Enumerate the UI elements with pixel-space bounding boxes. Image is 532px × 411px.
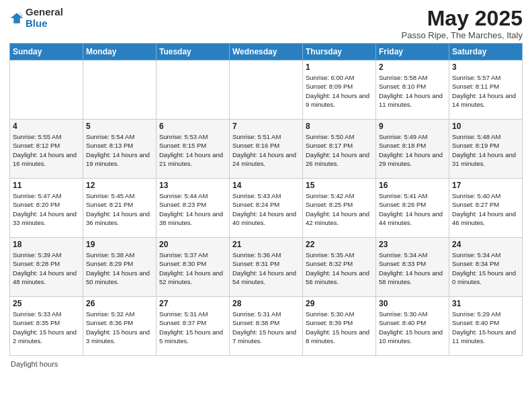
svg-marker-0 bbox=[11, 13, 24, 24]
calendar-cell: 8Sunrise: 5:50 AM Sunset: 8:17 PM Daylig… bbox=[303, 120, 376, 179]
day-info: Sunrise: 6:00 AM Sunset: 8:09 PM Dayligh… bbox=[306, 73, 373, 109]
calendar-header-sunday: Sunday bbox=[10, 44, 83, 60]
calendar-cell bbox=[10, 60, 83, 120]
calendar-cell: 10Sunrise: 5:48 AM Sunset: 8:19 PM Dayli… bbox=[449, 120, 523, 179]
day-info: Sunrise: 5:33 AM Sunset: 8:35 PM Dayligh… bbox=[13, 310, 80, 345]
day-number: 4 bbox=[13, 122, 80, 131]
day-number: 30 bbox=[379, 299, 446, 308]
calendar-cell: 5Sunrise: 5:54 AM Sunset: 8:13 PM Daylig… bbox=[83, 120, 157, 179]
day-info: Sunrise: 5:49 AM Sunset: 8:18 PM Dayligh… bbox=[379, 132, 446, 168]
day-number: 25 bbox=[13, 299, 80, 308]
day-number: 29 bbox=[306, 299, 373, 308]
footer-note: Daylight hours bbox=[9, 360, 523, 368]
day-number: 16 bbox=[379, 181, 446, 190]
day-info: Sunrise: 5:57 AM Sunset: 8:11 PM Dayligh… bbox=[452, 73, 519, 109]
day-number: 22 bbox=[306, 240, 373, 249]
day-info: Sunrise: 5:44 AM Sunset: 8:23 PM Dayligh… bbox=[159, 191, 226, 227]
calendar-cell: 2Sunrise: 5:58 AM Sunset: 8:10 PM Daylig… bbox=[376, 60, 449, 120]
day-info: Sunrise: 5:42 AM Sunset: 8:25 PM Dayligh… bbox=[306, 191, 373, 227]
calendar-cell: 14Sunrise: 5:43 AM Sunset: 8:24 PM Dayli… bbox=[230, 179, 303, 238]
day-info: Sunrise: 5:30 AM Sunset: 8:39 PM Dayligh… bbox=[306, 310, 373, 345]
day-info: Sunrise: 5:47 AM Sunset: 8:20 PM Dayligh… bbox=[13, 191, 80, 227]
day-number: 21 bbox=[232, 240, 300, 249]
day-info: Sunrise: 5:31 AM Sunset: 8:37 PM Dayligh… bbox=[159, 310, 226, 345]
calendar-cell: 31Sunrise: 5:29 AM Sunset: 8:40 PM Dayli… bbox=[449, 297, 523, 356]
day-info: Sunrise: 5:36 AM Sunset: 8:31 PM Dayligh… bbox=[232, 250, 300, 286]
day-number: 6 bbox=[159, 122, 226, 131]
calendar-header-friday: Friday bbox=[376, 44, 449, 60]
day-info: Sunrise: 5:45 AM Sunset: 8:21 PM Dayligh… bbox=[86, 191, 153, 227]
day-number: 10 bbox=[452, 122, 519, 131]
calendar-cell bbox=[157, 60, 230, 120]
calendar-cell: 26Sunrise: 5:32 AM Sunset: 8:36 PM Dayli… bbox=[83, 297, 157, 356]
month-title: May 2025 bbox=[402, 7, 523, 30]
calendar-cell bbox=[83, 60, 157, 120]
day-number: 2 bbox=[379, 62, 446, 72]
calendar-cell: 17Sunrise: 5:40 AM Sunset: 8:27 PM Dayli… bbox=[449, 179, 523, 238]
header: General Blue May 2025 Passo Ripe, The Ma… bbox=[9, 7, 523, 40]
day-number: 9 bbox=[379, 122, 446, 131]
calendar-cell: 13Sunrise: 5:44 AM Sunset: 8:23 PM Dayli… bbox=[157, 179, 230, 238]
logo-general-text: General bbox=[26, 6, 63, 17]
day-number: 14 bbox=[232, 181, 300, 190]
calendar-week-3: 11Sunrise: 5:47 AM Sunset: 8:20 PM Dayli… bbox=[10, 179, 523, 238]
day-number: 12 bbox=[86, 181, 153, 190]
calendar-cell: 3Sunrise: 5:57 AM Sunset: 8:11 PM Daylig… bbox=[449, 60, 523, 120]
calendar-week-2: 4Sunrise: 5:55 AM Sunset: 8:12 PM Daylig… bbox=[10, 120, 523, 179]
calendar-header-saturday: Saturday bbox=[449, 44, 523, 60]
title-block: May 2025 Passo Ripe, The Marches, Italy bbox=[402, 7, 523, 40]
calendar-cell: 18Sunrise: 5:39 AM Sunset: 8:28 PM Dayli… bbox=[10, 238, 83, 297]
calendar-cell: 23Sunrise: 5:34 AM Sunset: 8:33 PM Dayli… bbox=[376, 238, 449, 297]
calendar-cell: 7Sunrise: 5:51 AM Sunset: 8:16 PM Daylig… bbox=[230, 120, 303, 179]
day-info: Sunrise: 5:55 AM Sunset: 8:12 PM Dayligh… bbox=[13, 132, 80, 168]
calendar-cell: 24Sunrise: 5:34 AM Sunset: 8:34 PM Dayli… bbox=[449, 238, 523, 297]
day-info: Sunrise: 5:58 AM Sunset: 8:10 PM Dayligh… bbox=[379, 73, 446, 109]
day-number: 3 bbox=[452, 62, 519, 72]
day-number: 11 bbox=[13, 181, 80, 190]
calendar-week-5: 25Sunrise: 5:33 AM Sunset: 8:35 PM Dayli… bbox=[10, 297, 523, 356]
day-info: Sunrise: 5:54 AM Sunset: 8:13 PM Dayligh… bbox=[86, 132, 153, 168]
calendar-header-row: SundayMondayTuesdayWednesdayThursdayFrid… bbox=[10, 44, 523, 60]
day-number: 20 bbox=[159, 240, 226, 249]
calendar-week-1: 1Sunrise: 6:00 AM Sunset: 8:09 PM Daylig… bbox=[10, 60, 523, 120]
day-info: Sunrise: 5:50 AM Sunset: 8:17 PM Dayligh… bbox=[306, 132, 373, 168]
calendar-cell: 28Sunrise: 5:31 AM Sunset: 8:38 PM Dayli… bbox=[230, 297, 303, 356]
calendar-cell: 11Sunrise: 5:47 AM Sunset: 8:20 PM Dayli… bbox=[10, 179, 83, 238]
calendar-cell: 1Sunrise: 6:00 AM Sunset: 8:09 PM Daylig… bbox=[303, 60, 376, 120]
day-info: Sunrise: 5:37 AM Sunset: 8:30 PM Dayligh… bbox=[159, 250, 226, 286]
calendar-cell: 20Sunrise: 5:37 AM Sunset: 8:30 PM Dayli… bbox=[157, 238, 230, 297]
day-number: 23 bbox=[379, 240, 446, 249]
calendar-cell bbox=[230, 60, 303, 120]
calendar-header-thursday: Thursday bbox=[303, 44, 376, 60]
day-info: Sunrise: 5:30 AM Sunset: 8:40 PM Dayligh… bbox=[379, 310, 446, 345]
day-info: Sunrise: 5:39 AM Sunset: 8:28 PM Dayligh… bbox=[13, 250, 80, 286]
calendar-cell: 19Sunrise: 5:38 AM Sunset: 8:29 PM Dayli… bbox=[83, 238, 157, 297]
day-info: Sunrise: 5:32 AM Sunset: 8:36 PM Dayligh… bbox=[86, 310, 153, 345]
calendar-cell: 16Sunrise: 5:41 AM Sunset: 8:26 PM Dayli… bbox=[376, 179, 449, 238]
day-number: 8 bbox=[306, 122, 373, 131]
calendar-cell: 29Sunrise: 5:30 AM Sunset: 8:39 PM Dayli… bbox=[303, 297, 376, 356]
day-number: 18 bbox=[13, 240, 80, 249]
calendar-cell: 21Sunrise: 5:36 AM Sunset: 8:31 PM Dayli… bbox=[230, 238, 303, 297]
day-number: 7 bbox=[232, 122, 300, 131]
day-info: Sunrise: 5:34 AM Sunset: 8:34 PM Dayligh… bbox=[452, 250, 519, 286]
day-info: Sunrise: 5:51 AM Sunset: 8:16 PM Dayligh… bbox=[232, 132, 300, 168]
day-number: 31 bbox=[452, 299, 519, 308]
location-subtitle: Passo Ripe, The Marches, Italy bbox=[402, 30, 523, 40]
calendar-week-4: 18Sunrise: 5:39 AM Sunset: 8:28 PM Dayli… bbox=[10, 238, 523, 297]
day-info: Sunrise: 5:53 AM Sunset: 8:15 PM Dayligh… bbox=[159, 132, 226, 168]
day-info: Sunrise: 5:38 AM Sunset: 8:29 PM Dayligh… bbox=[86, 250, 153, 286]
day-number: 15 bbox=[306, 181, 373, 190]
logo-icon bbox=[9, 11, 24, 26]
day-info: Sunrise: 5:35 AM Sunset: 8:32 PM Dayligh… bbox=[306, 250, 373, 286]
day-info: Sunrise: 5:29 AM Sunset: 8:40 PM Dayligh… bbox=[452, 310, 519, 345]
calendar-cell: 30Sunrise: 5:30 AM Sunset: 8:40 PM Dayli… bbox=[376, 297, 449, 356]
day-number: 28 bbox=[232, 299, 300, 308]
day-number: 19 bbox=[86, 240, 153, 249]
calendar-cell: 9Sunrise: 5:49 AM Sunset: 8:18 PM Daylig… bbox=[376, 120, 449, 179]
calendar-cell: 25Sunrise: 5:33 AM Sunset: 8:35 PM Dayli… bbox=[10, 297, 83, 356]
day-number: 17 bbox=[452, 181, 519, 190]
day-number: 24 bbox=[452, 240, 519, 249]
logo: General Blue bbox=[9, 7, 63, 29]
calendar-header-monday: Monday bbox=[83, 44, 157, 60]
